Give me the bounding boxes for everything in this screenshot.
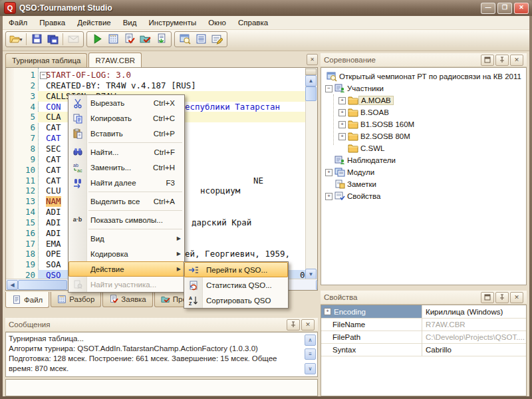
property-row-filename[interactable]: FileNameR7AW.CBR	[321, 318, 526, 331]
tree-node-label: A.MOAB	[358, 96, 394, 105]
bottom-tab-0[interactable]: Файл	[5, 292, 49, 308]
editor-vertical-scrollbar[interactable]: ▲ ▼	[305, 68, 317, 281]
tree-node-a-moab[interactable]: +A.MOAB	[321, 94, 527, 106]
horizontal-scroll-thumb[interactable]	[18, 280, 67, 290]
menu-item-label: Показать символы...	[90, 216, 163, 224]
close-button[interactable]: ✕	[514, 3, 529, 14]
scroll-up-button[interactable]: ∧	[305, 334, 316, 346]
save-all-button[interactable]	[45, 33, 61, 47]
property-value: Cabrillo	[422, 343, 526, 356]
expand-icon[interactable]: +	[324, 308, 331, 315]
context-menu-item-14[interactable]: Действие▶	[68, 261, 184, 277]
menubar-item-0[interactable]: Файл	[3, 17, 33, 28]
expand-icon[interactable]: +	[338, 109, 346, 116]
doc-tab-1[interactable]: R7AW.CBR	[88, 53, 142, 67]
scroll-right-button[interactable]: ▶	[316, 280, 318, 290]
tree-node-заметки[interactable]: Заметки	[321, 178, 527, 190]
menu-shortcut: Ctrl+P	[154, 130, 184, 138]
line-text: EMA	[46, 239, 61, 249]
line-text-fragment: нсорциум	[200, 186, 240, 196]
context-menu-item-10[interactable]: a·bПоказать символы...	[68, 212, 184, 227]
context-menu-item-5[interactable]: abacЗаменить...Ctrl+H	[68, 160, 184, 175]
context-menu-item-4[interactable]: Найти...Ctrl+F	[68, 144, 184, 160]
pin-icon[interactable]	[287, 319, 300, 331]
menubar-item-2[interactable]: Действие	[71, 17, 117, 28]
collapse-icon[interactable]: −	[325, 85, 332, 92]
close-icon[interactable]: ✕	[510, 292, 523, 303]
context-menu-item-6[interactable]: Найти далееF3	[68, 175, 184, 190]
menu-item-label: Действие	[90, 265, 124, 273]
tree-node-b-soab[interactable]: +B.SOAB	[321, 106, 527, 118]
tree-node-label: Участники	[345, 84, 386, 92]
tree-root[interactable]: Открытый чемпионат РТ по радиосвязи на К…	[321, 70, 527, 82]
folder-check-button[interactable]	[137, 33, 153, 47]
context-menu-item-2[interactable]: ВставитьCtrl+P	[68, 126, 184, 141]
editor-line-1[interactable]: 1−START-OF-LOG: 3.0	[14, 70, 306, 80]
menubar-item-4[interactable]: Инструменты	[143, 17, 203, 28]
build-grid-button[interactable]	[105, 33, 121, 47]
context-menu-item-1[interactable]: КопироватьCtrl+C	[68, 110, 184, 126]
maximize-icon[interactable]	[481, 292, 494, 303]
context-menu-item-0[interactable]: ВырезатьCtrl+X	[68, 95, 184, 110]
property-row-filepath[interactable]: FilePathC:\Develop\Projects\QSOT....	[321, 331, 526, 344]
scroll-down-button[interactable]: ∨	[305, 363, 316, 374]
splitter-handle[interactable]	[305, 68, 317, 75]
bottom-tab-1[interactable]: Разбор	[51, 292, 101, 307]
tree-node-c-swl[interactable]: C.SWL	[321, 142, 527, 154]
maximize-button[interactable]: ❐	[497, 3, 512, 14]
line-text: ADI	[46, 217, 61, 228]
property-row-encoding[interactable]: +EncodingКириллица (Windows)	[321, 305, 526, 319]
submenu-item-2[interactable]: AZСортировать QSO	[184, 293, 288, 308]
competition-tree[interactable]: Открытый чемпионат РТ по радиосвязи на К…	[321, 67, 527, 285]
expand-icon[interactable]: +	[325, 169, 332, 176]
tree-node-b2-sosb-80m[interactable]: +B2.SOSB 80M	[321, 130, 527, 142]
scroll-up-button[interactable]: ▲	[305, 75, 317, 86]
tree-node-свойства[interactable]: +Свойства	[321, 190, 527, 202]
dropdown-caret-icon[interactable]: ▾	[19, 37, 22, 43]
context-menu-item-12[interactable]: Вид▶	[68, 231, 184, 246]
vertical-scroll-thumb[interactable]	[305, 86, 317, 101]
scroll-left-button[interactable]: ◀	[7, 280, 18, 290]
minimize-button[interactable]: —	[481, 3, 495, 14]
submenu-item-1[interactable]: Статистика QSO...	[184, 277, 288, 293]
mail-button[interactable]	[65, 33, 81, 47]
tree-node-наблюдатели[interactable]: Наблюдатели	[321, 154, 527, 166]
context-menu-item-13[interactable]: Кодировка▶	[68, 246, 184, 261]
close-icon[interactable]: ✕	[301, 319, 315, 331]
expand-icon[interactable]: +	[338, 133, 346, 140]
menubar-item-5[interactable]: Окно	[202, 17, 232, 28]
properties-grid[interactable]: +EncodingКириллица (Windows)FileNameR7AW…	[321, 305, 527, 396]
menubar-item-3[interactable]: Вид	[117, 17, 143, 28]
expand-icon[interactable]: +	[338, 97, 346, 104]
line-text: ADI	[46, 228, 61, 239]
save-button[interactable]	[29, 33, 45, 47]
menubar-item-1[interactable]: Правка	[33, 17, 71, 28]
folder-open-button[interactable]: ▾	[8, 33, 24, 47]
tree-node-участники[interactable]: −Участники	[321, 82, 527, 94]
expand-icon[interactable]: +	[325, 193, 332, 200]
context-menu-item-15[interactable]: Найти участника...	[68, 277, 184, 292]
doc-check-button[interactable]	[121, 33, 137, 47]
property-row-syntax[interactable]: SyntaxCabrillo	[321, 343, 526, 356]
maximize-icon[interactable]	[481, 55, 494, 66]
tree-node-b1-sosb-160m[interactable]: +B1.SOSB 160M	[321, 118, 527, 130]
bottom-tab-2[interactable]: Заявка	[102, 292, 152, 307]
form-edit-button[interactable]	[209, 33, 225, 47]
submenu-item-0[interactable]: Перейти к QSO...	[184, 262, 288, 277]
doc-tab-0[interactable]: Турнирная таблица	[5, 53, 87, 67]
pin-icon[interactable]	[495, 292, 509, 303]
editor-line-2[interactable]: 2CREATED-BY: TR4W v.4.187 [RUS]	[14, 80, 306, 91]
close-document-icon[interactable]: ✕	[307, 54, 318, 65]
tree-node-модули[interactable]: +Модули	[321, 166, 527, 178]
doc-import-button[interactable]	[153, 33, 169, 47]
close-icon[interactable]: ✕	[510, 55, 523, 66]
context-menu-item-8[interactable]: Выделить всеCtrl+A	[68, 194, 184, 209]
stats-icon	[187, 279, 200, 291]
pin-icon[interactable]	[495, 55, 509, 66]
menubar-item-6[interactable]: Справка	[232, 17, 274, 28]
report-list-button[interactable]	[193, 33, 209, 47]
search-window-button[interactable]	[177, 33, 193, 47]
scroll-thumb[interactable]: ≡	[305, 348, 316, 360]
expand-icon[interactable]: +	[338, 121, 346, 128]
run-button[interactable]	[89, 33, 105, 47]
